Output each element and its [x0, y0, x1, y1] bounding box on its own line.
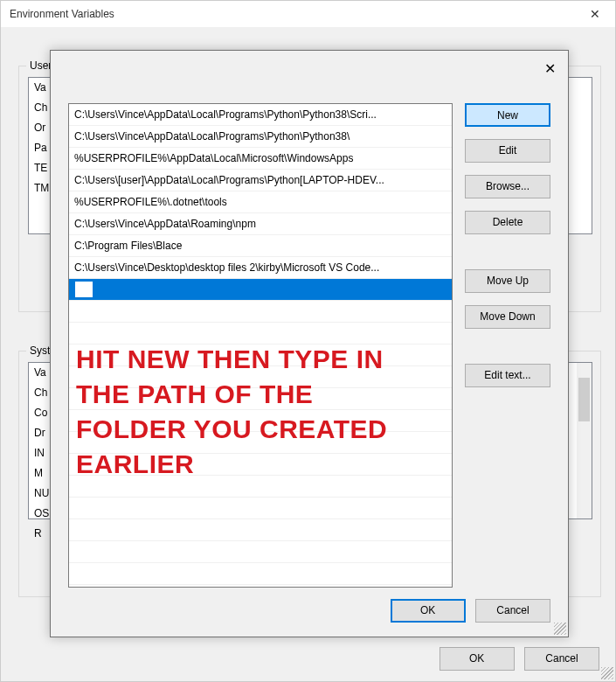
scrollbar[interactable] [577, 363, 592, 518]
environment-variables-window: Environment Variables ✕ User Va Ch Or Pa… [0, 0, 616, 682]
path-edit-input[interactable] [74, 281, 93, 298]
edit-button[interactable]: Edit [465, 139, 550, 163]
path-entry-empty[interactable] [69, 366, 452, 388]
path-entry[interactable]: C:\Users\Vince\Desktop\desktop files 2\k… [69, 257, 452, 279]
browse-button[interactable]: Browse... [465, 175, 550, 198]
path-entry-editing[interactable] [69, 279, 452, 301]
path-entry-empty[interactable] [69, 432, 452, 454]
path-entry-empty[interactable] [69, 323, 452, 344]
inner-dialog-buttons: OK Cancel [384, 599, 550, 623]
resize-grip-icon[interactable] [554, 623, 566, 635]
scrollbar-thumb[interactable] [578, 378, 590, 421]
path-entries-list[interactable]: C:\Users\Vince\AppData\Local\Programs\Py… [68, 103, 453, 588]
path-entry-empty[interactable] [69, 519, 452, 541]
path-entry[interactable]: %USERPROFILE%\.dotnet\tools [69, 191, 452, 213]
window-title: Environment Variables [1, 1, 615, 27]
cancel-button[interactable]: Cancel [524, 647, 599, 671]
side-button-column: New Edit Browse... Delete Move Up Move D… [465, 103, 550, 400]
path-entry-empty[interactable] [69, 410, 452, 432]
path-entry-empty[interactable] [69, 454, 452, 476]
path-entry-empty[interactable] [69, 388, 452, 410]
path-entry[interactable]: %USERPROFILE%\AppData\Local\Microsoft\Wi… [69, 148, 452, 170]
path-entry-empty[interactable] [69, 476, 452, 498]
path-entry[interactable]: C:\Users\Vince\AppData\Roaming\npm [69, 213, 452, 235]
edit-path-dialog: ✕ C:\Users\Vince\AppData\Local\Programs\… [50, 50, 569, 637]
path-entry-empty[interactable] [69, 301, 452, 323]
path-entry[interactable]: C:\Users\Vince\AppData\Local\Programs\Py… [69, 104, 452, 126]
path-entry-empty[interactable] [69, 541, 452, 563]
move-down-button[interactable]: Move Down [465, 305, 550, 329]
path-entry[interactable]: C:\Program Files\Blace [69, 235, 452, 257]
resize-grip-icon[interactable] [601, 667, 613, 679]
path-entry-empty[interactable] [69, 498, 452, 519]
move-up-button[interactable]: Move Up [465, 269, 550, 293]
path-entry[interactable]: C:\Users\Vince\AppData\Local\Programs\Py… [69, 126, 452, 148]
ok-button[interactable]: OK [440, 647, 515, 671]
delete-button[interactable]: Delete [465, 211, 550, 234]
close-icon[interactable]: ✕ [575, 1, 615, 27]
path-entry-empty[interactable] [69, 563, 452, 585]
edit-text-button[interactable]: Edit text... [465, 364, 550, 387]
close-icon[interactable]: ✕ [536, 56, 563, 82]
new-button[interactable]: New [465, 103, 550, 127]
path-entry-empty[interactable] [69, 344, 452, 366]
outer-dialog-buttons: OK Cancel [433, 647, 599, 671]
cancel-button[interactable]: Cancel [475, 599, 550, 623]
path-entry[interactable]: C:\Users\[user]\AppData\Local\Programs\P… [69, 170, 452, 191]
ok-button[interactable]: OK [391, 599, 466, 623]
